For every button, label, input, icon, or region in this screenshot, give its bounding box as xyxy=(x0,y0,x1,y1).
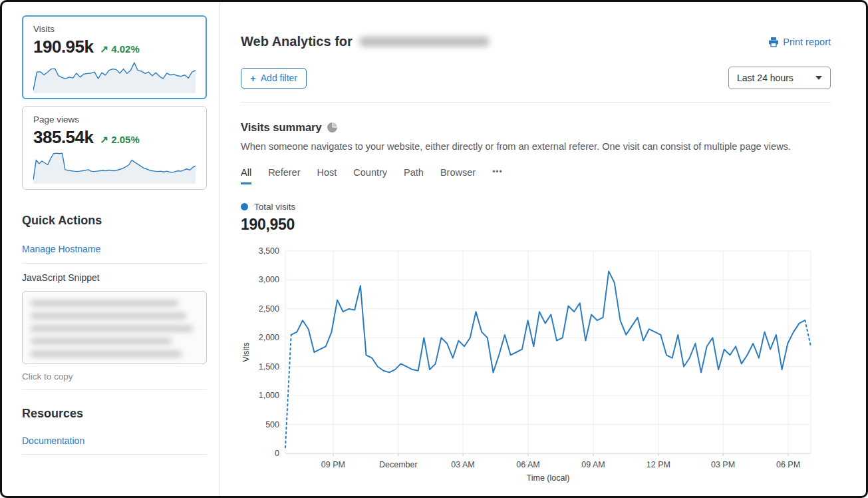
metric-card-page-views[interactable]: Page views 385.54k ↗ 2.05% xyxy=(22,106,207,190)
trend-up-arrow-icon: ↗ xyxy=(100,43,108,55)
page-title-text: Web Analytics for xyxy=(241,34,353,49)
metric-value: 190.95k xyxy=(33,37,93,57)
total-visits-value: 190,950 xyxy=(241,216,831,234)
redacted-code-line xyxy=(31,338,172,344)
resources-heading: Resources xyxy=(22,407,207,421)
tab-path[interactable]: Path xyxy=(404,167,424,184)
quick-actions-heading: Quick Actions xyxy=(22,214,207,228)
redacted-code-line xyxy=(31,300,178,306)
svg-text:1,000: 1,000 xyxy=(259,391,279,400)
legend-dot-icon xyxy=(241,203,248,210)
svg-text:03 AM: 03 AM xyxy=(451,460,474,469)
trend-up-indicator: ↗ 4.02% xyxy=(100,43,139,55)
svg-text:3,000: 3,000 xyxy=(259,275,279,284)
plus-icon: + xyxy=(250,73,256,84)
svg-text:12 PM: 12 PM xyxy=(647,460,670,469)
svg-text:0: 0 xyxy=(275,449,279,458)
click-to-copy-hint: Click to copy xyxy=(22,372,207,381)
app-window: Visits 190.95k ↗ 4.02% Page views 385.54… xyxy=(0,0,868,498)
trend-up-arrow-icon: ↗ xyxy=(100,134,108,145)
metric-value: 385.54k xyxy=(33,127,93,148)
svg-text:06 AM: 06 AM xyxy=(516,460,539,469)
summary-tabs: All Referer Host Country Path Browser ••… xyxy=(241,167,831,184)
svg-text:2,500: 2,500 xyxy=(259,304,279,314)
chevron-down-icon xyxy=(815,76,822,80)
visits-time-series-chart: 05001,0001,5002,0002,5003,0003,50009 PMD… xyxy=(241,246,831,483)
svg-text:Time (local): Time (local) xyxy=(527,473,570,483)
page-views-sparkline-chart xyxy=(33,149,196,184)
tab-browser[interactable]: Browser xyxy=(440,167,476,184)
svg-text:500: 500 xyxy=(265,420,279,429)
print-report-label: Print report xyxy=(783,37,831,47)
tab-country[interactable]: Country xyxy=(353,167,387,184)
time-range-value: Last 24 hours xyxy=(737,73,794,83)
metric-label: Page views xyxy=(33,115,196,124)
chart-legend: Total visits xyxy=(241,202,831,212)
redacted-site-domain xyxy=(359,37,490,47)
redacted-code-line xyxy=(31,313,186,319)
javascript-snippet-label: JavaScript Snippet xyxy=(22,272,207,283)
svg-text:09 AM: 09 AM xyxy=(581,460,605,469)
metric-change-value: 2.05% xyxy=(111,134,140,145)
documentation-link[interactable]: Documentation xyxy=(22,435,84,446)
trend-up-indicator: ↗ 2.05% xyxy=(100,134,139,146)
divider xyxy=(22,263,207,264)
manage-hostname-link[interactable]: Manage Hostname xyxy=(22,244,100,254)
svg-text:Visits: Visits xyxy=(241,342,251,362)
svg-text:December: December xyxy=(379,460,418,469)
sidebar: Visits 190.95k ↗ 4.02% Page views 385.54… xyxy=(22,15,207,455)
divider xyxy=(22,454,207,455)
print-report-link[interactable]: Print report xyxy=(768,37,831,47)
legend-label: Total visits xyxy=(254,202,295,212)
metric-change-value: 4.02% xyxy=(111,43,140,55)
add-filter-label: Add filter xyxy=(261,73,297,83)
divider xyxy=(22,389,207,390)
redacted-code-line xyxy=(31,326,193,332)
redacted-code-line xyxy=(31,351,182,357)
metric-card-visits[interactable]: Visits 190.95k ↗ 4.02% xyxy=(22,15,207,99)
tab-host[interactable]: Host xyxy=(317,167,337,184)
tab-referer[interactable]: Referer xyxy=(268,167,300,184)
time-range-select[interactable]: Last 24 hours xyxy=(728,67,831,89)
svg-text:06 PM: 06 PM xyxy=(776,460,800,469)
svg-text:1,500: 1,500 xyxy=(259,362,279,372)
javascript-snippet-copy-box[interactable] xyxy=(22,291,207,364)
add-filter-button[interactable]: + Add filter xyxy=(241,68,307,89)
tab-more-ellipsis[interactable]: ••• xyxy=(492,167,503,184)
main-panel: Web Analytics for Print report + Add fil… xyxy=(219,2,864,496)
line-chart-canvas: 05001,0001,5002,0002,5003,0003,50009 PMD… xyxy=(241,246,831,483)
svg-text:3,500: 3,500 xyxy=(259,246,279,256)
visits-summary-description: When someone navigates to your website, … xyxy=(241,141,831,152)
divider xyxy=(241,102,831,103)
visits-sparkline-chart xyxy=(33,59,196,93)
svg-text:03 PM: 03 PM xyxy=(711,460,735,469)
pie-chart-icon xyxy=(327,123,337,132)
visits-summary-heading: Visits summary xyxy=(241,121,322,134)
metric-label: Visits xyxy=(33,24,196,34)
page-title: Web Analytics for xyxy=(241,34,490,49)
printer-icon xyxy=(768,37,779,47)
tab-all[interactable]: All xyxy=(241,167,251,184)
svg-text:09 PM: 09 PM xyxy=(321,460,345,469)
svg-text:2,000: 2,000 xyxy=(259,333,279,342)
